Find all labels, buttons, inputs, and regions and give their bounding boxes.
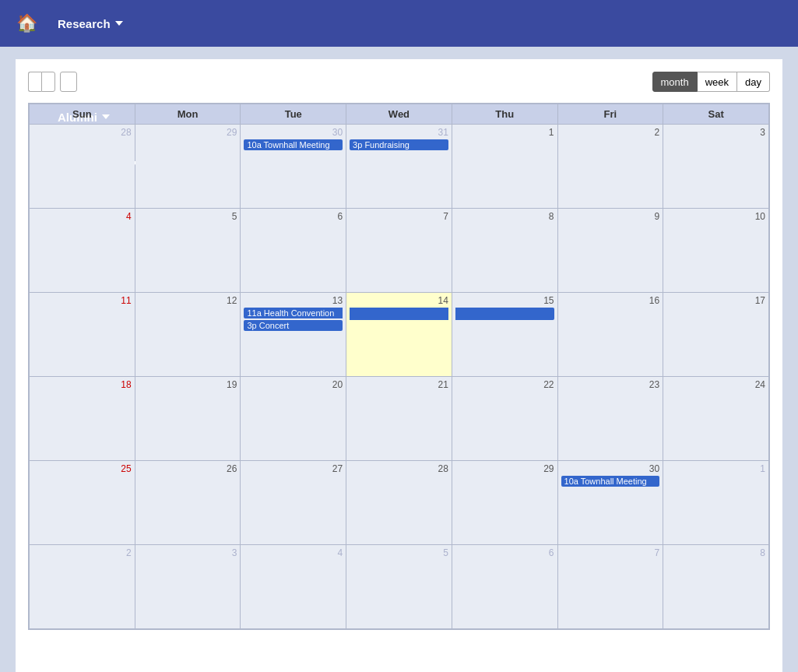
calendar-event[interactable]: 3p Concert bbox=[244, 320, 343, 331]
calendar-cell[interactable]: 8 bbox=[663, 545, 769, 629]
day-number: 8 bbox=[666, 547, 765, 558]
calendar-cell[interactable]: 25 bbox=[30, 461, 135, 545]
day-number: 6 bbox=[455, 547, 554, 558]
day-number: 26 bbox=[139, 463, 237, 474]
calendar-cell[interactable]: 5 bbox=[346, 545, 452, 629]
col-header-tue: Tue bbox=[241, 104, 346, 125]
col-header-fri: Fri bbox=[557, 104, 663, 125]
chevron-down-icon bbox=[115, 21, 123, 26]
col-header-thu: Thu bbox=[452, 104, 557, 125]
calendar-cell[interactable]: 6 bbox=[452, 545, 557, 629]
calendar-cell[interactable]: 6 bbox=[241, 209, 346, 293]
calendar-cell[interactable]: 3 bbox=[663, 125, 769, 209]
chevron-down-icon bbox=[107, 68, 115, 72]
calendar-cell[interactable]: 1311a Health Convention3p Concert bbox=[241, 293, 346, 377]
day-number: 20 bbox=[244, 379, 343, 390]
col-header-wed: Wed bbox=[346, 104, 452, 125]
calendar-cell[interactable]: 15 bbox=[452, 293, 557, 377]
calendar-cell[interactable]: 28 bbox=[30, 125, 135, 209]
calendar-cell[interactable]: 1 bbox=[663, 461, 769, 545]
calendar-cell[interactable]: 29 bbox=[135, 125, 241, 209]
calendar-cell[interactable]: 7 bbox=[346, 209, 452, 293]
day-number: 6 bbox=[244, 211, 343, 222]
day-number: 3 bbox=[666, 127, 765, 138]
calendar-cell[interactable]: 2 bbox=[30, 545, 135, 629]
today-button[interactable] bbox=[60, 72, 77, 92]
day-number: 13 bbox=[244, 295, 343, 306]
day-number: 12 bbox=[139, 295, 237, 306]
calendar-cell[interactable]: 11 bbox=[30, 293, 135, 377]
day-number: 1 bbox=[666, 463, 765, 474]
day-number: 30 bbox=[244, 127, 343, 138]
view-btn-day[interactable]: day bbox=[737, 72, 770, 92]
calendar-event[interactable]: 11a Health Convention bbox=[244, 308, 343, 318]
calendar-cell[interactable]: 19 bbox=[135, 377, 241, 461]
day-number: 24 bbox=[666, 379, 765, 390]
calendar-event[interactable] bbox=[455, 308, 554, 320]
calendar-cell[interactable]: 4 bbox=[30, 209, 135, 293]
calendar-week-row: 11121311a Health Convention3p Concert14 … bbox=[30, 293, 769, 377]
calendar-cell[interactable]: 3010a Townhall Meeting bbox=[241, 125, 346, 209]
calendar-cell[interactable]: 12 bbox=[135, 293, 241, 377]
day-number: 21 bbox=[350, 379, 448, 390]
calendar-cell[interactable]: 18 bbox=[30, 377, 135, 461]
calendar-grid: SunMonTueWedThuFriSat 28293010a Townhall… bbox=[28, 103, 770, 630]
calendar-cell[interactable]: 3010a Townhall Meeting bbox=[557, 461, 663, 545]
day-number: 11 bbox=[33, 295, 132, 306]
day-number: 27 bbox=[244, 463, 343, 474]
day-number: 28 bbox=[350, 463, 448, 474]
calendar-cell[interactable]: 23 bbox=[557, 377, 663, 461]
day-number: 2 bbox=[33, 547, 132, 558]
calendar-week-row: 45678910 bbox=[30, 209, 769, 293]
calendar-event[interactable]: 10a Townhall Meeting bbox=[561, 476, 660, 487]
next-button[interactable] bbox=[41, 72, 55, 92]
calendar-event[interactable] bbox=[350, 308, 448, 320]
day-number: 30 bbox=[561, 463, 660, 474]
calendar-cell[interactable]: 21 bbox=[346, 377, 452, 461]
calendar-cell[interactable]: 4 bbox=[241, 545, 346, 629]
calendar-cell[interactable]: 27 bbox=[241, 461, 346, 545]
day-number: 31 bbox=[350, 127, 448, 138]
calendar-cell[interactable]: 14 bbox=[346, 293, 452, 377]
prev-next-group bbox=[28, 72, 55, 92]
calendar-cell[interactable]: 2 bbox=[557, 125, 663, 209]
day-number: 22 bbox=[455, 379, 554, 390]
calendar-cell[interactable]: 17 bbox=[663, 293, 769, 377]
calendar-cell[interactable]: 10 bbox=[663, 209, 769, 293]
calendar-cell[interactable]: 313p Fundraising bbox=[346, 125, 452, 209]
view-btn-month[interactable]: month bbox=[652, 72, 698, 92]
calendar-cell[interactable]: 20 bbox=[241, 377, 346, 461]
chevron-down-icon bbox=[102, 114, 110, 119]
day-number: 1 bbox=[455, 127, 554, 138]
calendar-cell[interactable]: 16 bbox=[557, 293, 663, 377]
col-header-sat: Sat bbox=[663, 104, 769, 125]
calendar-cell[interactable]: 26 bbox=[135, 461, 241, 545]
day-number: 9 bbox=[561, 211, 660, 222]
calendar-cell[interactable]: 29 bbox=[452, 461, 557, 545]
main-content: monthweekday SunMonTueWedThuFriSat 28293… bbox=[16, 59, 782, 672]
day-number: 18 bbox=[33, 379, 132, 390]
calendar-cell[interactable]: 9 bbox=[557, 209, 663, 293]
calendar-cell[interactable]: 28 bbox=[346, 461, 452, 545]
nav-home-button[interactable]: 🏠 bbox=[6, 3, 47, 44]
day-number: 29 bbox=[139, 127, 237, 138]
calendar-cell[interactable]: 3 bbox=[135, 545, 241, 629]
calendar-cell[interactable]: 1 bbox=[452, 125, 557, 209]
calendar-cell[interactable]: 24 bbox=[663, 377, 769, 461]
calendar-cell[interactable]: 22 bbox=[452, 377, 557, 461]
calendar-week-row: 25262728293010a Townhall Meeting1 bbox=[30, 461, 769, 545]
day-number: 7 bbox=[561, 547, 660, 558]
calendar-cell[interactable]: 5 bbox=[135, 209, 241, 293]
calendar-event[interactable]: 10a Townhall Meeting bbox=[244, 139, 343, 150]
calendar-event[interactable]: 3p Fundraising bbox=[350, 139, 448, 150]
calendar-cell[interactable]: 7 bbox=[557, 545, 663, 629]
calendar-week-row: 2345678 bbox=[30, 545, 769, 629]
prev-button[interactable] bbox=[28, 72, 41, 92]
calendar-cell[interactable]: 8 bbox=[452, 209, 557, 293]
day-number: 29 bbox=[455, 463, 554, 474]
view-btn-week[interactable]: week bbox=[698, 72, 737, 92]
day-number: 7 bbox=[350, 211, 448, 222]
calendar-week-row: 28293010a Townhall Meeting313p Fundraisi… bbox=[30, 125, 769, 209]
day-number: 23 bbox=[561, 379, 660, 390]
nav-item-research[interactable]: Research bbox=[47, 0, 151, 47]
